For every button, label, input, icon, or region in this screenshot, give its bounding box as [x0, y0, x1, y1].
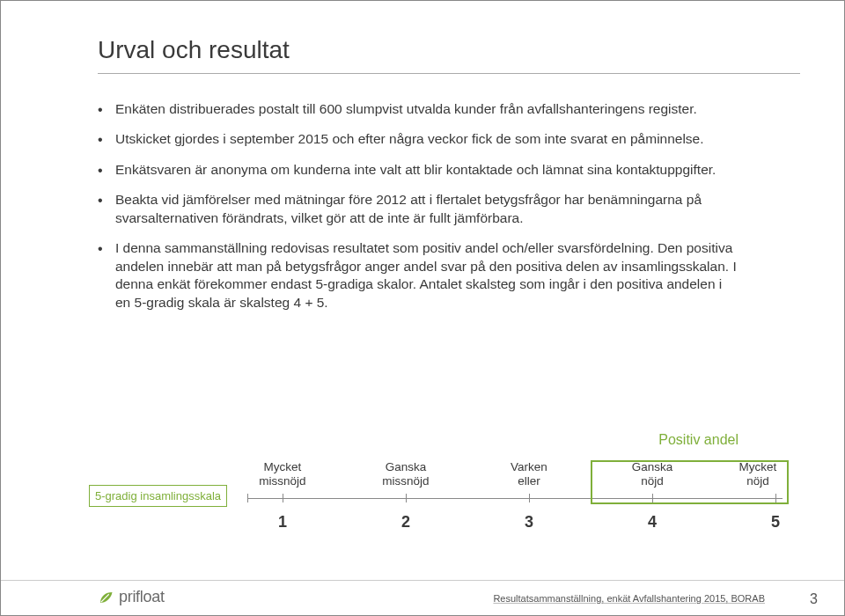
bullet-item: I denna sammanställning redovisas result… [98, 239, 740, 312]
scale-label-2: Ganskamissnöjd [382, 460, 429, 488]
scale-num-3: 3 [525, 513, 533, 532]
positive-andel-label: Positiv andel [658, 432, 738, 448]
title-rule [98, 73, 800, 74]
positive-range-box [591, 460, 789, 504]
leaf-icon [98, 590, 114, 605]
scale-label-1: Mycketmissnöjd [259, 460, 305, 488]
scale-label-3: Varkeneller [511, 460, 547, 488]
logo-text: prifloat [119, 588, 165, 606]
scale-num-2: 2 [401, 513, 410, 532]
scale-num-4: 4 [648, 513, 657, 532]
slide-footer: prifloat Resultatsammanställning, enkät … [1, 580, 844, 615]
bullet-item: Enkätsvaren är anonyma om kunderna inte … [98, 161, 740, 179]
bullet-item: Enkäten distribuerades postalt till 600 … [98, 100, 740, 118]
bullet-list: Enkäten distribuerades postalt till 600 … [89, 100, 740, 312]
scale-tick [529, 494, 530, 502]
slide: Urval och resultat Enkäten distribuerade… [0, 0, 845, 616]
logo: prifloat [98, 588, 165, 606]
scale-tick [283, 494, 283, 502]
scale-diagram: 5-gradig insamlingsskala Mycketmissnöjd … [89, 458, 791, 538]
scale-num-1: 1 [278, 513, 287, 532]
bullet-item: Utskicket gjordes i september 2015 och e… [98, 130, 740, 148]
page-number: 3 [810, 591, 818, 607]
scale-tick [247, 494, 248, 502]
page-title: Urval och resultat [98, 36, 791, 64]
scale-tick [406, 494, 407, 502]
footer-text: Resultatsammanställning, enkät Avfallsha… [493, 593, 765, 604]
scale-key-label: 5-gradig insamlingsskala [89, 485, 227, 507]
bullet-item: Beakta vid jämförelser med mätningar för… [98, 191, 740, 227]
scale-num-5: 5 [771, 513, 780, 532]
